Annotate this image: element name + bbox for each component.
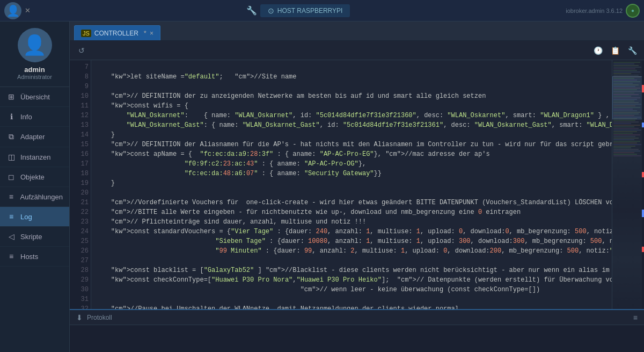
code-line-30: "cm">// wenn leer - keine überwachung (c…: [96, 285, 608, 294]
list-icon: ≡: [633, 313, 638, 322]
code-line-25: "Sieben Tage" : {dauer: 10080, anzahl: 1…: [96, 236, 608, 246]
tab-close-icon[interactable]: ×: [150, 30, 153, 37]
bottom-panel: ⬇ Protokoll ≡: [70, 309, 644, 352]
history-button[interactable]: 🕐: [590, 43, 605, 58]
adapter-icon: ⧉: [6, 132, 16, 141]
code-line-8: "kw">let siteName ="default"; "cm">//Sit…: [96, 72, 608, 82]
code-line-24: "kw">const standardVouchers = {"Vier Tag…: [96, 227, 608, 236]
sidebar-item-objects[interactable]: ◻ Objekte: [0, 167, 69, 187]
instances-icon: ◫: [6, 153, 16, 161]
host-button[interactable]: ⊙ HOST RASPBERRYPI: [260, 4, 350, 17]
log-icon: ≡: [6, 212, 16, 221]
tab-controller[interactable]: JS CONTROLLER * ×: [74, 25, 160, 40]
sidebar-item-overview[interactable]: ⊞ Übersicht: [0, 87, 69, 107]
download-icon: ⬇: [76, 313, 83, 322]
code-line-16: "kw">const apName = { "fc:ec:da:a9:28:3f…: [96, 149, 608, 159]
refresh-button[interactable]: ↺: [74, 43, 89, 58]
tab-asterisk: *: [144, 29, 147, 37]
editor-toolbar: ↺ 🕐 📋 🔧: [70, 41, 644, 60]
sidebar-nav: ⊞ Übersicht ℹ Info ⧉ Adapter ◫ Instanzen…: [0, 87, 69, 352]
code-line-15: "cm">// DEFINITION der Aliasnamen für di…: [96, 140, 608, 149]
code-line-11: "kw">const wifis = {: [96, 101, 608, 111]
code-line-17: "f0:9f:c2:23:ac:43" : { aname: "AP-AC-Pr…: [96, 159, 608, 169]
enums-icon: ≡: [6, 192, 16, 201]
code-line-29: "kw">const checkConnType=["Huawei P30 Pr…: [96, 275, 608, 285]
avatar-small: 👤: [4, 2, 21, 19]
code-line-32: "cm">//Pause bei Umschalten der WLANnetz…: [96, 304, 608, 309]
code-line-10: "cm">// DEFINITION der zu anzeigenden Ne…: [96, 91, 608, 101]
code-line-12: "WLAN_Oskarnet": { name: "WLAN_Oskarnet"…: [96, 111, 608, 120]
code-line-31: [96, 294, 608, 304]
version-info: iobroker.admin 3.6.12: [566, 8, 623, 14]
code-line-21: "cm">//Vordefinierte Vouchers für one-cl…: [96, 198, 608, 207]
code-line-22: "cm">//BITTE alle Werte eingeben - für n…: [96, 207, 608, 217]
tab-js-icon: JS: [81, 30, 91, 37]
code-line-18: "fc:ec:da:48:a6:07" : { aname: "Security…: [96, 169, 608, 178]
info-icon: ℹ: [6, 112, 16, 121]
sidebar-item-instances[interactable]: ◫ Instanzen: [0, 147, 69, 167]
tab-bar: JS CONTROLLER * ×: [70, 21, 644, 41]
code-line-19: }: [96, 178, 608, 188]
bottom-panel-content: [70, 325, 644, 352]
host-icon: ⊙: [268, 6, 274, 15]
sidebar-item-info[interactable]: ℹ Info: [0, 107, 69, 127]
sidebar-label-log: Log: [20, 213, 32, 221]
sidebar-label-scripts: Skripte: [20, 233, 42, 241]
files-button[interactable]: 📋: [608, 43, 623, 58]
sidebar-item-adapter[interactable]: ⧉ Adapter: [0, 127, 69, 147]
code-line-28: "kw">const blacklist = ["GalaxyTab52" ] …: [96, 265, 608, 275]
bottom-panel-header: ⬇ Protokoll ≡: [70, 310, 644, 325]
sidebar-label-adapter: Adapter: [20, 133, 45, 141]
code-line-27: [96, 256, 608, 265]
hosts-icon: ≡: [6, 252, 16, 261]
host-label: HOST RASPBERRYPI: [277, 7, 343, 15]
line-numbers: 7891011121314151617181920212223242526272…: [70, 60, 91, 309]
sidebar-label-enums: Aufzählungen: [20, 193, 63, 201]
code-line-13: "WLAN_Oskarnet_Gast": { name: "WLAN_Oska…: [96, 120, 608, 130]
tab-label: CONTROLLER: [94, 30, 138, 37]
code-line-26: "99 Minuten" : {dauer: 99, anzahl: 2, mu…: [96, 246, 608, 256]
code-line-23: "cm">// Pflichteinträge sind dauer, anza…: [96, 217, 608, 227]
bottom-panel-title: Protokoll: [87, 314, 112, 321]
username: admin: [24, 66, 45, 74]
sidebar-label-overview: Übersicht: [20, 93, 50, 101]
sidebar-label-instances: Instanzen: [20, 153, 50, 161]
sidebar-item-hosts[interactable]: ≡ Hosts: [0, 247, 69, 267]
code-line-20: [96, 188, 608, 198]
sidebar-item-scripts[interactable]: ◁ Skripte: [0, 227, 69, 247]
sidebar-item-enums[interactable]: ≡ Aufzählungen: [0, 187, 69, 207]
code-line-7: [96, 62, 608, 72]
grid-icon: ⊞: [6, 92, 16, 101]
code-content[interactable]: "kw">let siteName ="default"; "cm">//Sit…: [91, 60, 612, 309]
sidebar-label-objects: Objekte: [20, 173, 45, 181]
user-profile: 👤 admin Administrator: [0, 21, 69, 87]
user-role: Administrator: [17, 74, 52, 80]
objects-icon: ◻: [6, 173, 16, 181]
settings-button[interactable]: 🔧: [625, 43, 640, 58]
close-window-icon[interactable]: ✕: [25, 6, 31, 15]
status-circle: ●: [626, 4, 640, 18]
sidebar-label-hosts: Hosts: [20, 253, 38, 261]
minimap: [612, 60, 644, 309]
tool-icon[interactable]: 🔧: [246, 5, 257, 16]
sidebar-item-log[interactable]: ≡ Log: [0, 207, 69, 227]
code-editor: 7891011121314151617181920212223242526272…: [70, 60, 644, 309]
code-line-9: [96, 82, 608, 91]
scripts-icon: ◁: [6, 232, 16, 241]
sidebar-label-info: Info: [20, 113, 32, 121]
avatar: 👤: [18, 28, 52, 62]
code-line-14: }: [96, 130, 608, 140]
